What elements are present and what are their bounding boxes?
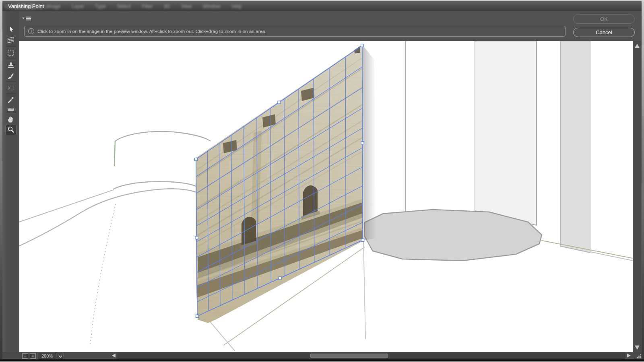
brush-icon	[6, 72, 15, 80]
menu-ghost-item: 3D	[164, 4, 170, 9]
vertical-scrollbar[interactable]	[633, 41, 641, 352]
resize-grip[interactable]	[634, 352, 643, 360]
menu-ghost-item: Filter	[142, 4, 153, 9]
eyedropper-icon	[6, 96, 15, 105]
flyout-menu-icon	[22, 16, 32, 21]
info-bar-text: Click to zoom-in on the image in the pre…	[37, 29, 266, 34]
stamp-icon	[6, 61, 15, 70]
horizontal-scrollbar[interactable]	[118, 353, 625, 359]
magnifier-icon	[6, 125, 15, 134]
info-bar: i Click to zoom-in on the image in the p…	[24, 26, 566, 37]
create-plane-tool[interactable]	[5, 35, 17, 45]
scroll-up-icon[interactable]	[635, 44, 640, 48]
arrow-cursor-icon	[6, 25, 15, 34]
image-edge-shade	[363, 46, 376, 241]
dashed-rect-icon	[6, 49, 15, 58]
menu-ghost-item: Window	[203, 4, 221, 9]
grid-edge-handle[interactable]	[195, 237, 198, 239]
preview-canvas[interactable]	[19, 41, 633, 352]
title-bar: Vanishing Point ImageLayerTypeSelectFilt…	[2, 1, 642, 11]
menu-ghost-item: View	[181, 4, 192, 9]
window-frame-bottom	[0, 359, 644, 362]
flyout-menu-button[interactable]	[22, 16, 32, 21]
transform-rect-icon	[6, 84, 15, 93]
hand-icon	[6, 115, 15, 124]
zoom-level-field[interactable]: 200%	[37, 353, 57, 359]
toolbar-separator	[6, 81, 16, 82]
horizontal-scrollbar-thumb[interactable]	[310, 354, 388, 358]
edit-plane-tool[interactable]	[5, 24, 17, 35]
menu-ghost-item: Image	[47, 4, 61, 9]
info-circle-icon: i	[28, 28, 34, 34]
grid-edge-handle[interactable]	[279, 277, 281, 280]
cancel-button[interactable]: Cancel	[573, 28, 635, 37]
grid-edge-handle[interactable]	[361, 142, 364, 144]
vanishing-point-dialog: Vanishing Point ImageLayerTypeSelectFilt…	[0, 0, 644, 362]
scroll-left-icon[interactable]	[112, 354, 116, 358]
toolbar-separator	[6, 59, 16, 60]
grid-corner-handle[interactable]	[361, 44, 364, 47]
perspective-grid-icon	[6, 35, 15, 44]
menu-ghost-item: Layer	[72, 4, 84, 9]
chevron-down-icon	[57, 354, 64, 359]
stamp-tool[interactable]	[5, 60, 17, 71]
zoom-in-button[interactable]: +	[30, 353, 36, 359]
grid-corner-handle[interactable]	[361, 239, 364, 242]
menu-ghost-item: Select	[117, 4, 131, 9]
brush-tool[interactable]	[5, 71, 17, 81]
scroll-right-icon[interactable]	[627, 354, 631, 358]
zoom-tool[interactable]	[5, 125, 17, 135]
menu-ghost-item: Help	[231, 4, 242, 9]
dialog-title: Vanishing Point	[4, 2, 52, 10]
scroll-down-icon[interactable]	[635, 346, 640, 350]
window-arch-left	[242, 217, 256, 245]
toolbar-separator	[6, 46, 16, 47]
toolbar-separator	[6, 113, 16, 113]
window-arch-right	[303, 185, 318, 216]
blurred-menu-bar: ImageLayerTypeSelectFilter3DViewWindowHe…	[47, 4, 242, 9]
transform-tool[interactable]	[5, 83, 17, 93]
grid-corner-handle[interactable]	[196, 315, 199, 318]
zoom-out-button[interactable]: −	[22, 353, 28, 359]
status-bar: − + 200%	[2, 352, 642, 359]
grid-corner-handle[interactable]	[195, 158, 198, 161]
zoom-dropdown-button[interactable]	[57, 353, 64, 359]
marquee-tool[interactable]	[5, 48, 17, 58]
preview-scene[interactable]	[19, 41, 633, 352]
menu-ghost-item: Type	[95, 4, 106, 9]
tool-palette	[2, 11, 19, 352]
wall-panel-right	[475, 41, 537, 225]
pillar-right	[560, 41, 590, 253]
grid-edge-handle[interactable]	[278, 101, 281, 104]
hand-tool[interactable]	[5, 114, 17, 125]
window-frame-right	[642, 0, 644, 362]
toolbar-separator	[6, 93, 16, 94]
ok-button[interactable]: OK	[573, 14, 635, 24]
